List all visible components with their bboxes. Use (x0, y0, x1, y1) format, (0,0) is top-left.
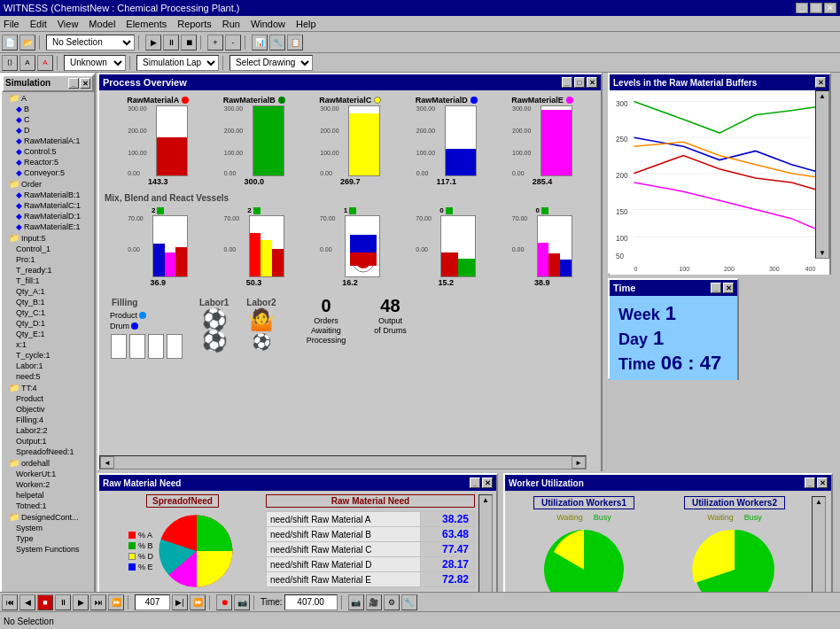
menu-view[interactable]: View (58, 19, 79, 29)
cam-btn3[interactable]: ⚙ (384, 594, 400, 610)
graph-scroll-down[interactable]: ▼ (819, 249, 826, 257)
menu-help[interactable]: Help (296, 19, 316, 29)
time-titlebar[interactable]: Time _ ✕ (610, 280, 737, 296)
tree-item-A[interactable]: 📁 A (2, 92, 94, 104)
menu-edit[interactable]: Edit (30, 19, 47, 29)
pb-pause[interactable]: ⏸ (55, 594, 71, 610)
pb-play[interactable]: ▶ (73, 594, 89, 610)
tree-item-B[interactable]: ◆ B (2, 104, 94, 114)
cam-btn1[interactable]: 📷 (348, 594, 364, 610)
menu-model[interactable]: Model (89, 19, 115, 29)
tree-item-sysfunc[interactable]: System Functions (2, 544, 94, 555)
tree-item-control5[interactable]: ◆ Control:5 (2, 146, 94, 157)
panel-minimize[interactable]: _ (68, 78, 79, 89)
tree-item-need5[interactable]: need:5 (2, 371, 94, 382)
tb2-btn3[interactable]: A (37, 55, 53, 71)
close-btn[interactable]: ✕ (824, 3, 836, 13)
tree-item-pro1[interactable]: Pro:1 (2, 254, 94, 265)
pb-faster[interactable]: ⏩ (190, 594, 206, 610)
tree-item-tready[interactable]: T_ready:1 (2, 265, 94, 276)
process-hscroll[interactable]: ◄ ► (99, 455, 587, 470)
cam-btn2[interactable]: 🎥 (366, 594, 382, 610)
tree-item-rawC1[interactable]: ◆ RawMaterialC:1 (2, 200, 94, 211)
menu-reports[interactable]: Reports (177, 19, 212, 29)
tb-new[interactable]: 📄 (2, 35, 18, 50)
tree-item-labor22[interactable]: Labor2:2 (2, 425, 94, 436)
panel-close[interactable]: ✕ (80, 78, 90, 89)
graph-titlebar[interactable]: Levels in the Raw Material Buffers ✕ (610, 74, 829, 90)
tree-item-ordehall[interactable]: 📁 ordehall (2, 457, 94, 469)
tree-item-rawE1[interactable]: ◆ RawMaterialE:1 (2, 221, 94, 232)
wu-scroll-up[interactable]: ▲ (815, 498, 822, 506)
tree-item-input5[interactable]: 📁 Input:5 (2, 232, 94, 244)
pb-prev[interactable]: ◀ (19, 594, 35, 610)
tree-item-tfill[interactable]: T_fill:1 (2, 276, 94, 286)
tb-btn3[interactable]: ⏹ (181, 35, 197, 50)
rmn-win-close[interactable]: ✕ (482, 478, 493, 488)
tree-item-qtyC[interactable]: Qty_C:1 (2, 307, 94, 318)
tree-item-order[interactable]: 📁 Order (2, 178, 94, 190)
process-win-maximize[interactable]: □ (574, 77, 585, 88)
tb2-btn2[interactable]: A (19, 55, 35, 71)
maximize-btn[interactable]: □ (810, 3, 822, 13)
graph-win-close[interactable]: ✕ (815, 77, 826, 88)
tb-extra1[interactable]: 📊 (252, 35, 268, 50)
tb-extra3[interactable]: 📋 (287, 35, 303, 50)
tree-item-conveyor5[interactable]: ◆ Conveyor:5 (2, 167, 94, 178)
pb-end[interactable]: ⏩ (108, 594, 124, 610)
tree-item-qtyE[interactable]: Qty_E:1 (2, 329, 94, 339)
rmn-win-minimize[interactable]: _ (470, 478, 480, 488)
process-win-minimize[interactable]: _ (562, 77, 572, 88)
tree-item-ctrl1[interactable]: Control_1 (2, 244, 94, 254)
tree-item-reactor5[interactable]: ◆ Reactor:5 (2, 157, 94, 167)
tb-btn1[interactable]: ▶ (145, 35, 161, 50)
tree-item-qtyB[interactable]: Qty_B:1 (2, 297, 94, 307)
tree-item-tcycle[interactable]: T_cycle:1 (2, 350, 94, 361)
tb-btn2[interactable]: ⏸ (163, 35, 179, 50)
tree-item-tt4[interactable]: 📁 TT:4 (2, 382, 94, 393)
tree-item-objectiv[interactable]: Objectiv (2, 404, 94, 415)
wu-titlebar[interactable]: Worker Utilization _ ✕ (505, 475, 831, 491)
tb-zoom-out[interactable]: - (225, 35, 241, 50)
selection-dropdown[interactable]: No Selection (46, 35, 135, 50)
time-win-minimize[interactable]: _ (711, 283, 721, 293)
tree-item-qtyD[interactable]: Qty_D:1 (2, 318, 94, 329)
tb-extra2[interactable]: 🔧 (269, 35, 285, 50)
tree-item-product[interactable]: Product (2, 393, 94, 404)
process-overview-titlebar[interactable]: Process Overview _ □ ✕ (99, 74, 601, 90)
graph-scroll-up[interactable]: ▲ (819, 92, 826, 100)
tree-item-totned[interactable]: Totned:1 (2, 501, 94, 511)
pb-record[interactable]: ⏺ (216, 594, 232, 610)
wu-win-minimize[interactable]: _ (805, 478, 815, 488)
tree-item-rawD1[interactable]: ◆ RawMaterialD:1 (2, 211, 94, 221)
menu-elements[interactable]: Elements (126, 19, 167, 29)
tree-item-type[interactable]: Type (2, 533, 94, 544)
tree-item-D[interactable]: ◆ D (2, 125, 94, 136)
wu-win-close[interactable]: ✕ (817, 478, 828, 488)
tree-item-C[interactable]: ◆ C (2, 114, 94, 125)
pb-step[interactable]: ▶| (172, 594, 188, 610)
tree-item-filling4[interactable]: Filling:4 (2, 415, 94, 425)
cam-btn4[interactable]: 🔧 (401, 594, 417, 610)
pb-fast[interactable]: ⏭ (90, 594, 106, 610)
menu-run[interactable]: Run (222, 19, 240, 29)
tree-item-designed[interactable]: 📁 DesignedCont... (2, 511, 94, 523)
tree-item-x1[interactable]: x:1 (2, 339, 94, 350)
tb-open[interactable]: 📂 (19, 35, 35, 50)
tree-item-rawA1[interactable]: ◆ RawMaterialA:1 (2, 136, 94, 146)
tree-item-output1[interactable]: Output:1 (2, 436, 94, 447)
unknown-dropdown[interactable]: Unknown (64, 55, 126, 71)
process-win-close[interactable]: ✕ (587, 77, 597, 88)
tb2-btn1[interactable]: ⟨⟩ (2, 55, 18, 71)
pb-stop[interactable]: ⏮ (2, 594, 18, 610)
minimize-btn[interactable]: _ (796, 3, 808, 13)
menu-file[interactable]: File (4, 19, 19, 29)
simulation-lap-dropdown[interactable]: Simulation Lap (136, 55, 219, 71)
pb-stop2[interactable]: ■ (37, 594, 53, 610)
select-drawing-dropdown[interactable]: Select Drawing (229, 55, 313, 71)
tree-item-helpetal[interactable]: helpetal (2, 490, 94, 501)
pb-counter[interactable]: 407 (135, 594, 170, 610)
tree-item-system[interactable]: System (2, 523, 94, 533)
tree-item-labor1[interactable]: Labor:1 (2, 361, 94, 371)
tree-item-worken2[interactable]: Worken:2 (2, 479, 94, 490)
